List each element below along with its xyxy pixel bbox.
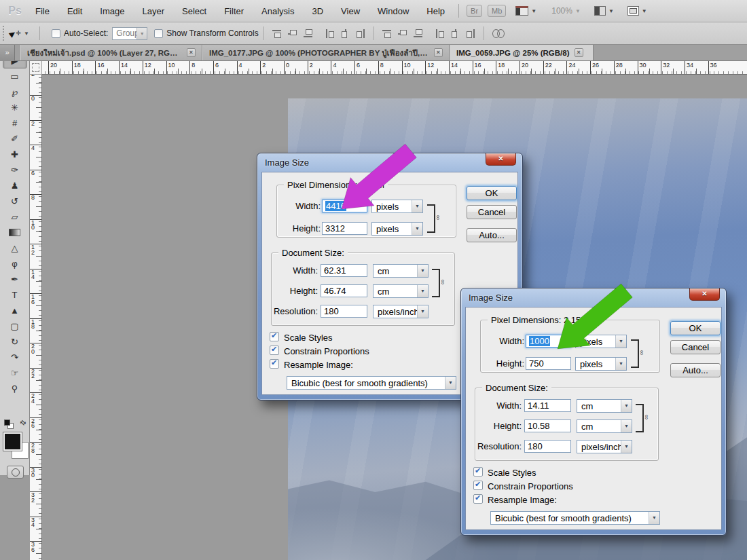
doc-width-unit-dropdown[interactable]: cm ▼ — [373, 264, 429, 278]
arrange-documents-icon[interactable] — [515, 6, 528, 16]
align-bottom-edges-icon[interactable] — [302, 28, 314, 39]
distribute-bottom-edges-icon[interactable] — [412, 28, 424, 39]
close-icon[interactable]: × — [434, 48, 443, 57]
chevron-down-icon[interactable]: ▼ — [608, 8, 614, 14]
auto-select-mode-dropdown[interactable]: Group ▼ — [112, 27, 147, 40]
doc-height-unit-dropdown[interactable]: cm ▼ — [577, 419, 632, 433]
cancel-button[interactable]: Cancel — [670, 340, 721, 354]
menu-edit[interactable]: Edit — [58, 0, 91, 22]
eraser-tool[interactable]: ▱ — [3, 209, 27, 225]
pixel-height-input[interactable]: 750 — [526, 357, 571, 370]
crop-tool[interactable]: # — [3, 115, 27, 131]
doc-width-unit-dropdown[interactable]: cm ▼ — [577, 399, 632, 413]
screen-mode-icon[interactable] — [627, 6, 639, 16]
resample-image-checkbox[interactable]: ✔ — [270, 359, 279, 369]
clone-stamp-tool[interactable]: ♟ — [3, 178, 27, 193]
show-transform-controls-checkbox[interactable] — [154, 29, 163, 38]
blur-tool[interactable]: △ — [3, 240, 27, 256]
swap-colors-icon[interactable]: ⇄ — [18, 418, 28, 428]
quick-mask-button[interactable] — [7, 466, 24, 479]
eyedropper-tool[interactable]: ✐ — [3, 131, 27, 147]
menu-view[interactable]: View — [332, 0, 369, 22]
chevron-down-icon[interactable]: ▼ — [642, 8, 647, 14]
align-vertical-centers-icon[interactable] — [287, 28, 298, 39]
auto-button[interactable]: Auto... — [670, 363, 721, 377]
dialog-titlebar[interactable]: Image Size ✕ — [461, 288, 726, 307]
scale-styles-checkbox[interactable]: ✔ — [473, 467, 483, 477]
quick-selection-tool[interactable]: ✳ — [3, 100, 27, 115]
zoom-level-value[interactable]: 100% — [551, 6, 572, 16]
scale-styles-checkbox[interactable]: ✔ — [270, 332, 279, 341]
pixel-height-unit-dropdown[interactable]: pixels ▼ — [371, 222, 423, 236]
collapse-panels-button[interactable]: » — [0, 45, 15, 61]
pixel-width-input[interactable]: 1000 — [526, 335, 571, 348]
launch-bridge-button[interactable]: Br — [467, 5, 482, 17]
doc-height-input[interactable]: 10.58 — [524, 419, 571, 432]
distribute-left-edges-icon[interactable] — [434, 28, 445, 39]
menu-window[interactable]: Window — [369, 0, 418, 22]
pixel-height-input[interactable]: 3312 — [322, 222, 367, 235]
path-selection-tool[interactable]: ▲ — [3, 303, 27, 318]
pen-tool[interactable]: ✒ — [3, 272, 27, 287]
type-tool[interactable]: T — [3, 287, 27, 303]
auto-button[interactable]: Auto... — [467, 228, 517, 242]
menu-analysis[interactable]: Analysis — [253, 0, 303, 22]
ruler-origin-corner[interactable] — [30, 61, 42, 75]
marquee-tool[interactable]: ▭ — [3, 69, 27, 84]
distribute-vertical-centers-icon[interactable] — [397, 28, 408, 39]
lasso-tool[interactable]: ℘ — [3, 84, 27, 100]
menu-3d[interactable]: 3D — [303, 0, 332, 22]
menu-filter[interactable]: Filter — [215, 0, 253, 22]
document-tab-1[interactable]: เชียงใหม่เจ้า.psd @ 100% (Layer 27, RGB/… — [20, 45, 202, 60]
menu-layer[interactable]: Layer — [134, 0, 174, 22]
pixel-width-unit-dropdown[interactable]: pixels ▼ — [575, 335, 627, 348]
align-right-edges-icon[interactable] — [355, 28, 367, 39]
horizontal-ruler[interactable]: 2018161412108642024681012141618202224262… — [42, 61, 747, 75]
pixel-width-unit-dropdown[interactable]: pixels ▼ — [371, 200, 423, 213]
resample-method-dropdown[interactable]: Bicubic (best for smooth gradients) ▼ — [287, 376, 456, 390]
gradient-tool[interactable] — [3, 225, 27, 240]
auto-select-checkbox[interactable] — [52, 29, 60, 38]
brush-tool[interactable]: ✑ — [3, 162, 27, 178]
close-button[interactable]: ✕ — [486, 153, 516, 166]
document-tab-2[interactable]: IMG_0177.JPG @ 100% (PHOTOGRAPHER BY ปู่… — [202, 45, 450, 60]
doc-width-input[interactable]: 14.11 — [524, 399, 571, 412]
ok-button[interactable]: OK — [467, 186, 517, 200]
close-icon[interactable]: × — [575, 48, 583, 57]
dodge-tool[interactable]: φ — [3, 256, 27, 272]
resolution-input[interactable]: 180 — [321, 305, 367, 318]
tool-preset-chevron-icon[interactable]: ▼ — [24, 31, 29, 37]
resample-image-checkbox[interactable]: ✔ — [473, 494, 483, 504]
foreground-color-swatch[interactable] — [3, 432, 22, 451]
doc-width-input[interactable]: 62.31 — [321, 264, 367, 277]
zoom-tool[interactable]: ⚲ — [3, 381, 27, 396]
align-left-edges-icon[interactable] — [324, 28, 335, 39]
menu-file[interactable]: File — [26, 0, 58, 22]
history-brush-tool[interactable]: ↺ — [3, 193, 27, 209]
menu-select[interactable]: Select — [173, 0, 215, 22]
constrain-proportions-checkbox[interactable]: ✔ — [473, 481, 483, 490]
orbit-3d-tool[interactable]: ↷ — [3, 350, 27, 365]
vertical-ruler[interactable]: 2024681012141618202224262830323436 — [30, 61, 42, 560]
distribute-horizontal-centers-icon[interactable] — [450, 28, 461, 39]
pixel-width-input[interactable]: 4416 — [322, 200, 367, 212]
view-extras-icon[interactable] — [594, 6, 606, 16]
rotate-3d-tool[interactable]: ↻ — [3, 334, 27, 350]
document-tab-3-active[interactable]: IMG_0059.JPG @ 25% (RGB/8) × — [450, 45, 594, 60]
doc-height-input[interactable]: 46.74 — [321, 284, 367, 297]
dialog-titlebar[interactable]: Image Size ✕ — [257, 153, 522, 172]
menu-help[interactable]: Help — [418, 0, 454, 22]
close-button[interactable]: ✕ — [689, 288, 720, 301]
launch-mobile-button[interactable]: Mb — [488, 5, 506, 17]
constrain-proportions-checkbox[interactable]: ✔ — [270, 346, 279, 355]
chevron-down-icon[interactable]: ▼ — [531, 8, 536, 14]
doc-height-unit-dropdown[interactable]: cm ▼ — [373, 284, 429, 298]
ok-button[interactable]: OK — [670, 321, 721, 335]
default-colors-control[interactable]: ⇄ — [3, 419, 26, 430]
align-horizontal-centers-icon[interactable] — [340, 28, 351, 39]
menu-image[interactable]: Image — [91, 0, 133, 22]
resolution-input[interactable]: 180 — [524, 440, 571, 453]
distribute-top-edges-icon[interactable] — [381, 28, 393, 39]
auto-align-layers-icon[interactable] — [492, 28, 505, 39]
resample-method-dropdown[interactable]: Bicubic (best for smooth gradients) ▼ — [490, 511, 660, 525]
